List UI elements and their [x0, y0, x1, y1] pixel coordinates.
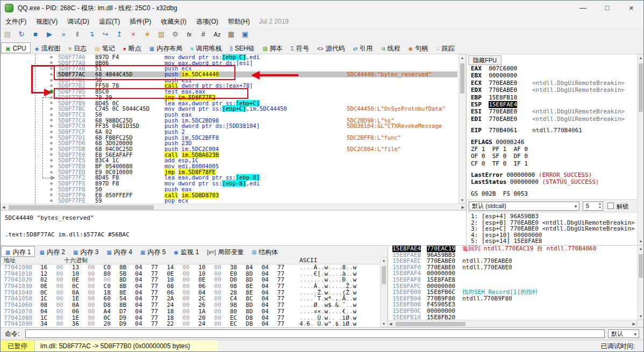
row-dot-icon[interactable] [50, 67, 53, 70]
row-dot-icon[interactable] [50, 193, 53, 196]
bottom-tab-locals[interactable]: [x=]局部变量 [203, 247, 247, 257]
row-dot-icon[interactable] [50, 136, 53, 139]
scroll-up-arrow[interactable]: ▲ [381, 258, 387, 262]
memory-dump-pane[interactable]: 7704100016001300C08B04771400100038840477… [1, 264, 380, 327]
register-value[interactable]: 15E8FB10 [489, 94, 517, 101]
hash-icon[interactable]: # [197, 28, 210, 40]
esp-arg-line[interactable]: 5: [esp+14] 15E8FAE8 [467, 238, 637, 245]
menu-item[interactable]: 选项(O) [191, 16, 223, 27]
stack-row[interactable]: 15E8FB08F45905E3 [388, 301, 637, 308]
register-line[interactable]: EIP 770B4061ntdll.770B4061 [467, 127, 637, 134]
row-dot-icon[interactable] [50, 119, 53, 121]
memory-vertical-scrollbar[interactable]: ▲ ▼ [380, 257, 388, 327]
scroll-up-arrow[interactable]: ▲ [459, 56, 466, 60]
menu-item[interactable]: 帮助(H) [223, 16, 255, 27]
scroll-thumb[interactable] [639, 63, 643, 112]
step-into-icon[interactable]: ↴ [85, 28, 98, 40]
hide-fpu-button[interactable]: 隐藏FPU [468, 55, 502, 65]
register-line[interactable]: EFLAGS 00000246 [467, 139, 637, 146]
register-line[interactable]: ESI 770EABE0<ntdll.DbgUiRemoteBreakin> [467, 108, 637, 115]
unlock-checkbox[interactable] [607, 203, 614, 209]
pause-icon[interactable]: ‖ [71, 28, 84, 40]
register-line[interactable]: ECX 770EABE0<ntdll.DbgUiRemoteBreakin> [467, 80, 637, 87]
register-line[interactable]: EDI 770EABE0<ntdll.DbgUiRemoteBreakin> [467, 116, 637, 123]
spinner-arrows-icon[interactable]: ▲▼ [598, 202, 602, 210]
row-dot-icon[interactable] [50, 171, 53, 174]
calculator-icon[interactable]: ▦ [225, 28, 238, 40]
stack-row[interactable]: 15E8FB0C00000000 [388, 308, 637, 314]
register-line[interactable]: EDX 770EABE0<ntdll.DbgUiRemoteBreakin> [467, 87, 637, 94]
tab-references[interactable]: ⇄引用 [349, 43, 376, 54]
scroll-down-arrow[interactable]: ▼ [638, 314, 644, 318]
menu-item[interactable]: 收藏夹(I) [156, 16, 191, 27]
font-icon[interactable]: Az [211, 28, 224, 40]
tab-handles[interactable]: ◉句柄 [405, 43, 432, 54]
register-value[interactable]: 007C6000 [489, 65, 517, 72]
tab-source[interactable]: <>源代码 [313, 43, 349, 54]
bottom-tab-memory-1[interactable]: ▦内存 1 [1, 246, 35, 257]
register-line[interactable]: EAX 007C6000 [467, 65, 637, 72]
tab-seh[interactable]: §SEH链 [226, 43, 258, 54]
row-dot-icon[interactable] [50, 148, 53, 150]
disassembly-pane[interactable]: 5D8F77A6897D F4mov dword ptr ss:[ebp-C],… [1, 54, 459, 204]
row-dot-icon[interactable] [50, 153, 53, 156]
row-dot-icon[interactable] [50, 102, 53, 104]
tab-cpu[interactable]: ▣CPU [1, 42, 31, 53]
scroll-right-arrow[interactable]: ▶ [633, 322, 635, 326]
arg-depth-spinner[interactable]: 5▲▼ [583, 202, 603, 211]
register-value[interactable]: 770B4061 [489, 127, 517, 134]
stack-row[interactable]: 15E8FAF400000000 [388, 270, 637, 277]
step-over-icon[interactable]: ↪ [99, 28, 112, 40]
stack-row[interactable]: 15E8FB1015E8FB20 [388, 314, 637, 320]
row-dot-icon[interactable] [50, 61, 53, 64]
bottom-tab-memory-4[interactable]: ▦内存 4 [103, 247, 135, 257]
row-dot-icon[interactable] [50, 176, 53, 179]
stop-icon[interactable]: ■ [29, 28, 42, 40]
stack-row[interactable]: 15E8FAEC770EABE0ntdll.770EABE0 [388, 258, 637, 264]
register-value[interactable]: 770EABE0 [489, 80, 517, 87]
scroll-thumb[interactable] [460, 63, 464, 94]
calling-convention-select[interactable]: 默认 (stdcall)▼ [469, 202, 579, 211]
stack-horizontal-scrollbar[interactable]: ◀ ▶ [388, 320, 637, 327]
register-line[interactable]: LastError 00000000 (ERROR_SUCCESS) [467, 171, 637, 178]
row-dot-icon[interactable] [50, 84, 53, 87]
disasm-vertical-scrollbar[interactable]: ▲ ▼ [459, 54, 466, 204]
stack-pane[interactable]: 15E8FAE4770EAC19返回到 ntdll.770EAC19 自 ntd… [388, 245, 637, 320]
scroll-left-arrow[interactable]: ◀ [2, 205, 5, 210]
cpu-chip-icon[interactable]: ▣ [239, 28, 252, 40]
tab-breakpoints[interactable]: ●断点 [119, 43, 145, 54]
register-value[interactable]: 00000000 [489, 72, 517, 79]
bottom-tab-watch-1[interactable]: ◉监视 1 [170, 247, 203, 257]
stack-row[interactable]: 15E8FB04770B9F80ntdll.770B9F80 [388, 296, 637, 302]
scroll-down-arrow[interactable]: ▼ [381, 322, 387, 326]
row-dot-icon[interactable] [50, 56, 53, 59]
tab-notes[interactable]: ▤笔记 [91, 43, 118, 54]
registers-pane[interactable]: 隐藏FPU EAX 007C6000EBX 00000000ECX 770EAB… [467, 54, 637, 245]
tab-script[interactable]: ▨脚本 [259, 43, 286, 54]
window-close-button[interactable]: × [619, 1, 643, 16]
register-line[interactable]: OF 0 SF 0 DF 0 [467, 153, 637, 160]
menu-item[interactable]: 插件(P) [125, 16, 156, 27]
tab-symbols[interactable]: Σ符号 [287, 43, 313, 54]
register-value[interactable]: 00000000 [506, 171, 535, 178]
favourites-icon[interactable]: ★ [141, 28, 154, 40]
scroll-up-arrow[interactable]: ▲ [638, 247, 644, 250]
registers-vertical-scrollbar[interactable]: ▲ ▼ [637, 54, 644, 245]
close-icon[interactable]: × [127, 28, 140, 40]
scroll-up-arrow[interactable]: ▲ [638, 56, 644, 60]
row-dot-icon[interactable] [50, 73, 53, 76]
bottom-tab-memory-5[interactable]: ▦内存 5 [137, 247, 169, 257]
disasm-row[interactable]: 5D8F77FE59pop ecx [1, 198, 459, 204]
stack-vertical-scrollbar[interactable]: ▲ ▼ [637, 245, 644, 320]
register-line[interactable]: CF 0 TF 0 IF 1 [467, 160, 637, 167]
esp-arg-line[interactable]: 3: [esp+C] 770EABE0 <ntdll.DbgUiRemoteBr… [467, 226, 637, 232]
register-line[interactable]: LastStatus 00000000 (STATUS_SUCCESS) [467, 178, 637, 185]
command-profile-select[interactable]: 默认▼ [608, 329, 639, 338]
menu-item[interactable]: 视图(V) [31, 16, 62, 27]
menu-item[interactable]: 追踪(T) [94, 16, 125, 27]
row-dot-icon[interactable] [50, 182, 53, 185]
open-file-icon[interactable]: ▤ [1, 28, 14, 40]
bottom-tab-memory-2[interactable]: ▦内存 2 [35, 247, 68, 257]
scroll-thumb[interactable] [396, 322, 466, 326]
row-dot-icon[interactable] [50, 165, 53, 168]
